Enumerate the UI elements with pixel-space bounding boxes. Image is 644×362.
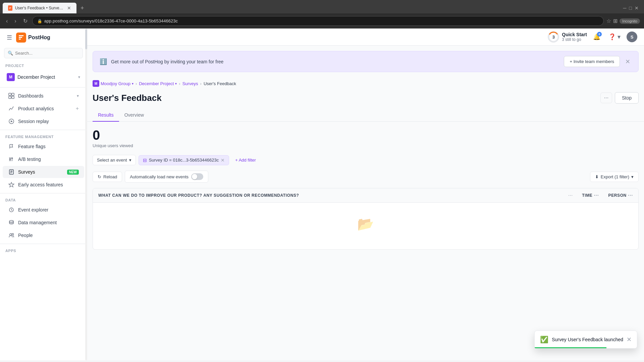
event-select-label: Select an event xyxy=(97,158,127,163)
sidebar-item-data-management[interactable]: Data management xyxy=(3,217,84,229)
sidebar-item-people[interactable]: People xyxy=(3,229,84,241)
table-header: WHAT CAN WE DO TO IMPROVE OUR PRODUCT? A… xyxy=(93,188,638,203)
breadcrumb-group[interactable]: M Moodjoy Group ▾ xyxy=(93,80,133,87)
person-col-header: PERSON ··· xyxy=(608,192,633,198)
export-button[interactable]: ⬇ Export (1 filter) ▾ xyxy=(590,172,639,182)
table-question-header: WHAT CAN WE DO TO IMPROVE OUR PRODUCT? A… xyxy=(98,193,566,198)
toast-close-button[interactable]: ✕ xyxy=(627,336,632,343)
sidebar-item-surveys[interactable]: Surveys NEW xyxy=(3,166,84,178)
svg-rect-1 xyxy=(9,93,11,96)
event-select-chevron: ▾ xyxy=(129,158,131,163)
person-col-more[interactable]: ··· xyxy=(628,192,633,198)
stop-button[interactable]: Stop xyxy=(615,92,639,104)
time-col-header: TIME ··· xyxy=(582,192,599,198)
breadcrumb-sep-1: › xyxy=(136,81,137,86)
quick-start-circle: 3 xyxy=(548,31,559,43)
back-button[interactable]: ‹ xyxy=(4,17,10,25)
project-avatar: M xyxy=(7,73,15,81)
quick-start-number: 3 xyxy=(552,35,555,40)
breadcrumb-group-avatar: M xyxy=(93,80,99,87)
posthog-logo-text: PostHog xyxy=(28,35,50,41)
new-tab-button[interactable]: + xyxy=(78,3,87,13)
breadcrumb-current: User's Feedback xyxy=(204,81,236,86)
breadcrumb-project[interactable]: December Project ▾ xyxy=(139,81,177,86)
breadcrumb-surveys[interactable]: Surveys xyxy=(182,81,198,86)
add-filter-label: + Add filter xyxy=(235,158,256,163)
svg-point-14 xyxy=(10,234,12,236)
sidebar-item-early-access[interactable]: Early access features xyxy=(3,179,84,191)
tab-close-icon[interactable]: ✕ xyxy=(67,5,71,11)
product-analytics-plus-icon[interactable]: + xyxy=(76,106,79,112)
close-window-icon[interactable]: ✕ xyxy=(635,5,639,11)
svg-point-15 xyxy=(12,234,14,235)
event-select[interactable]: Select an event ▾ xyxy=(93,155,136,165)
reload-label: Reload xyxy=(103,174,117,179)
sidebar-item-feature-flags[interactable]: Feature flags xyxy=(3,140,84,153)
filters-bar: Select an event ▾ ⊟ Survey ID = 018c...3… xyxy=(87,152,644,168)
time-col-more[interactable]: ··· xyxy=(594,192,599,198)
sidebar-item-product-analytics[interactable]: Product analytics + xyxy=(3,103,84,115)
data-management-label: Data management xyxy=(18,220,79,225)
breadcrumb-project-chevron: ▾ xyxy=(175,82,177,85)
hamburger-button[interactable]: ☰ xyxy=(5,33,13,43)
project-section-label: PROJECT xyxy=(0,61,87,69)
session-replay-icon xyxy=(8,118,15,125)
forward-button[interactable]: › xyxy=(12,17,18,25)
add-filter-button[interactable]: + Add filter xyxy=(232,156,259,165)
minimize-icon[interactable]: ─ xyxy=(623,5,627,11)
svg-rect-2 xyxy=(12,93,14,96)
empty-state: 📂 xyxy=(344,203,387,249)
address-bar[interactable]: 🔒 app.posthog.com/surveys/018c2336-47ce-… xyxy=(32,16,604,26)
address-text: app.posthog.com/surveys/018c2336-47ce-00… xyxy=(44,18,178,23)
export-label: Export (1 filter) xyxy=(601,174,629,179)
project-selector[interactable]: M December Project ▾ xyxy=(3,70,84,84)
event-explorer-label: Event explorer xyxy=(18,207,79,213)
banner-text: Get more out of PostHog by inviting your… xyxy=(111,59,560,64)
sidebar-item-event-explorer[interactable]: Event explorer xyxy=(3,204,84,216)
bookmark-icon[interactable]: ☆ xyxy=(606,18,611,24)
tab-results[interactable]: Results xyxy=(93,109,119,122)
session-replay-label: Session replay xyxy=(18,119,79,124)
more-options-button[interactable]: ··· xyxy=(600,93,612,103)
search-input[interactable] xyxy=(15,51,79,56)
toast-text: Survey User's Feedback launched xyxy=(552,337,623,342)
reload-button[interactable]: ↻ xyxy=(21,16,30,25)
quick-start[interactable]: 3 Quick Start 3 still to go xyxy=(548,31,587,43)
breadcrumb-group-chevron: ▾ xyxy=(132,82,133,85)
user-avatar[interactable]: S xyxy=(627,32,637,42)
search-bar[interactable]: 🔍 xyxy=(4,48,83,58)
toast-success-icon: ✅ xyxy=(540,336,548,344)
invite-button[interactable]: + Invite team members xyxy=(564,56,620,67)
stat-label: Unique users viewed xyxy=(93,143,639,148)
tab-overview[interactable]: Overview xyxy=(119,109,149,122)
help-button[interactable]: ❓ ▾ xyxy=(606,31,623,43)
survey-id-filter-chip: ⊟ Survey ID = 018c...3-5b653446623c ✕ xyxy=(139,155,229,165)
people-icon xyxy=(8,232,15,239)
incognito-badge: Incognito xyxy=(620,18,640,24)
browser-nav-right: ☆ ⊞ Incognito xyxy=(606,18,640,24)
feature-flags-label: Feature flags xyxy=(18,144,79,149)
posthog-logo-icon xyxy=(16,33,26,43)
breadcrumb-surveys-text: Surveys xyxy=(182,81,198,86)
ab-testing-label: A/B testing xyxy=(18,157,79,162)
project-name: December Project xyxy=(17,74,55,80)
auto-load-toggle-switch[interactable] xyxy=(191,173,203,180)
quick-start-title: Quick Start xyxy=(562,32,587,37)
notification-badge: 0 xyxy=(597,32,602,37)
sidebar-item-dashboards[interactable]: Dashboards ▾ xyxy=(3,90,84,102)
restore-icon[interactable]: □ xyxy=(629,5,632,11)
reload-button[interactable]: ↻ Reload xyxy=(93,172,122,182)
sidebar-item-session-replay[interactable]: Session replay xyxy=(3,115,84,127)
banner-close-button[interactable]: ✕ xyxy=(624,57,632,67)
notifications-button[interactable]: 🔔 0 xyxy=(591,31,602,43)
filter-chip-close-button[interactable]: ✕ xyxy=(221,158,225,163)
question-col-more[interactable]: ··· xyxy=(568,192,573,198)
extensions-icon[interactable]: ⊞ xyxy=(613,18,618,24)
svg-marker-6 xyxy=(11,120,13,122)
tab-bar: P User's Feedback • Surveys • Pos... ✕ +… xyxy=(0,0,644,13)
active-tab[interactable]: P User's Feedback • Surveys • Pos... ✕ xyxy=(3,3,76,13)
tab-favicon: P xyxy=(8,5,12,11)
sidebar-item-ab-testing[interactable]: A/B testing xyxy=(3,153,84,165)
browser-nav: ‹ › ↻ 🔒 app.posthog.com/surveys/018c2336… xyxy=(0,13,644,28)
main-content: ℹ️ Get more out of PostHog by inviting y… xyxy=(87,46,644,360)
